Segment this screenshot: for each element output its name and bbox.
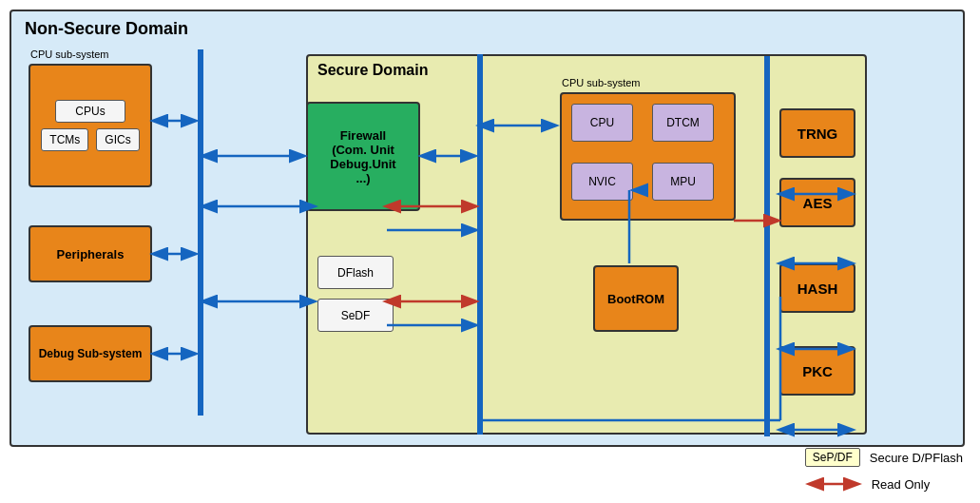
legend: SeP/DF Secure D/PFlash Read Only [805,448,963,492]
nvic-box: NVIC [571,163,633,201]
cpus-box: CPUs [55,100,125,123]
gics-box: GICs [96,128,139,151]
cpu-subsystem-secure-label: CPU sub-system [562,77,641,88]
pkc-box: PKC [779,346,855,396]
firewall-box: Firewall (Com. Unit Debug.Unit ...) [306,102,420,211]
legend-sep-box: SeP/DF [805,448,860,467]
legend-sep: SeP/DF Secure D/PFlash [805,448,963,467]
peripherals-box: Peripherals [29,225,152,282]
secure-domain-title: Secure Domain [317,62,428,79]
mpu-box: MPU [652,163,714,201]
aes-box: AES [779,178,855,227]
left-bus-line [198,49,203,416]
right-bus-line [764,56,770,436]
cpu-subsystem-ns-label: CPU sub-system [30,48,109,60]
cpu-box: CPU [571,104,633,142]
main-title: Non-Secure Domain [25,19,188,39]
tcms-box: TCMs [41,128,88,151]
legend-readonly-label: Read Only [872,477,930,492]
main-container: Non-Secure Domain Secure Domain CPU sub-… [10,10,965,447]
sedf-box: SeDF [317,299,394,332]
middle-bus-line [477,54,483,435]
legend-red-arrow-icon [805,476,862,492]
trng-box: TRNG [779,108,855,158]
bootrom-box: BootROM [593,265,679,332]
cpu-subsystem-secure: CPU sub-system CPU DTCM NVIC MPU [560,92,736,221]
legend-readonly: Read Only [805,476,963,492]
hash-box: HASH [779,263,855,313]
cpu-subsystem-ns: CPU sub-system CPUs TCMs GICs [29,64,152,187]
dtcm-box: DTCM [652,104,714,142]
debug-box: Debug Sub-system [29,325,152,382]
dflash-box: DFlash [317,256,394,289]
legend-sep-desc: Secure D/PFlash [870,451,963,465]
